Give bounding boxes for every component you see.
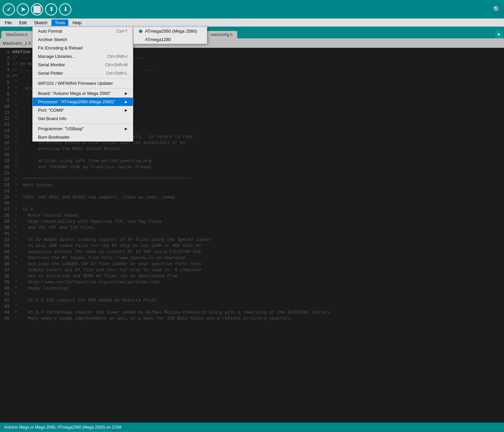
menu-board[interactable]: Board: "Arduino Mega or Mega 2560" ▶ — [33, 89, 133, 98]
empty-bullet — [139, 38, 142, 41]
menu-edit[interactable]: Edit — [16, 20, 30, 26]
menu-burn-bootloader[interactable]: Burn Bootloader — [33, 133, 133, 141]
menu-manage-libraries[interactable]: Manage Libraries... Ctrl+Shift+I — [33, 52, 133, 61]
menu-get-board-info[interactable]: Get Board Info — [33, 114, 133, 123]
line-20: 20 * and T2X2WAV code by Francisco Javie… — [0, 164, 504, 170]
tools-dropdown-menu: Auto Format Ctrl+T Archive Sketch Fix En… — [32, 27, 133, 142]
line-28: 28 * Motor Control Added. — [0, 213, 504, 219]
line-29: 29 * High compatibility with Spectrum TZ… — [0, 219, 504, 225]
menu-file[interactable]: File — [1, 20, 15, 26]
line-36: 36 * and load the LOADER.TAP AY file loa… — [0, 261, 504, 267]
line-30: 30 * and CPC CDT and TZX files. — [0, 225, 504, 231]
menu-serial-monitor[interactable]: Serial Monitor Ctrl+Shift+M — [33, 61, 133, 69]
line-33: 33 * to play Z80 coded files for the AY … — [0, 243, 504, 249]
status-text: Arduino Mega or Mega 2560, ATmega2560 (M… — [4, 425, 121, 430]
line-41: 41 * — [0, 291, 504, 297]
menu-wifi-updater[interactable]: WiFi101 / WiFiNINA Firmware Updater — [33, 79, 133, 87]
menu-divider-2 — [33, 88, 133, 88]
new-button[interactable]: ⬜ — [31, 3, 43, 15]
upload-button[interactable]: ➤ — [17, 3, 29, 15]
submenu-atmega1280[interactable]: ATmega1280 — [134, 35, 207, 44]
menu-tools[interactable]: Tools — [51, 20, 68, 26]
status-bar: Arduino Mega or Mega 2560, ATmega2560 (M… — [0, 423, 504, 432]
line-35: 35 * Download the AY loader from http://… — [0, 255, 504, 261]
line-34: 34 * expansion without the need to conve… — [0, 249, 504, 255]
line-21: 21 * — [0, 170, 504, 176]
selected-bullet — [139, 30, 142, 33]
line-19: 19 * Written using info from worldofspec… — [0, 158, 504, 164]
line-24: 24 * — [0, 188, 504, 194]
menu-divider-1 — [33, 78, 133, 78]
menu-processor[interactable]: Processor: "ATmega2560 (Mega 2560)" ▶ — [33, 98, 133, 106]
line-37: 37 * simply select any AY file and just … — [0, 267, 504, 273]
line-22: 22 * ***********************************… — [0, 176, 504, 182]
line-45: 45 * Many memory usage improvements as w… — [0, 316, 504, 322]
line-26: 26 * — [0, 201, 504, 207]
verify-button[interactable]: ✓ — [3, 3, 15, 15]
submenu-atmega2560[interactable]: ATmega2560 (Mega 2560) — [134, 27, 207, 35]
menu-fix-encoding[interactable]: Fix Encoding & Reload — [33, 44, 133, 52]
line-25: 25 * TODO: add ORIC and ATARI tap suppor… — [0, 194, 504, 201]
line-40: 40 * Happy listening! — [0, 285, 504, 291]
toolbar: ✓ ➤ ⬜ ⬆ ⬇ 🔍 — [0, 0, 504, 19]
line-23: 23 * Menu System: — [0, 182, 504, 188]
tab-dropdown-button[interactable]: ▾ — [495, 30, 503, 38]
file-name: MaxDuino_1.5... — [3, 41, 35, 46]
menu-archive-sketch[interactable]: Archive Sketch — [33, 35, 133, 44]
menu-auto-format[interactable]: Auto Format Ctrl+T — [33, 27, 133, 35]
line-32: 32 * V1.32 Added direct loading support … — [0, 237, 504, 243]
save-button[interactable]: ⬇ — [59, 3, 71, 15]
line-39: 39 * http://www.worldofspectrum.org/proj… — [0, 279, 504, 285]
line-42: 42 * V1.8.1 TSX support for MSX added by… — [0, 297, 504, 303]
menu-divider-3 — [33, 123, 133, 124]
tab-userconfig[interactable]: userconfig.h — [206, 31, 237, 38]
line-43: 43 * — [0, 303, 504, 310]
menu-serial-plotter[interactable]: Serial Plotter Ctrl+Shift+L — [33, 69, 133, 77]
line-31: 31 * — [0, 231, 504, 237]
line-27: 27 * V1.0 — [0, 207, 504, 213]
menu-port[interactable]: Port: "COM9" ▶ — [33, 106, 133, 114]
line-38: 38 * set of extracted and DEMO AY files … — [0, 273, 504, 279]
tab-maxduino[interactable]: MaxDuino.h — [1, 31, 32, 38]
menu-help[interactable]: Help — [69, 20, 85, 26]
menubar: File Edit Sketch Tools Help — [0, 19, 504, 27]
processor-submenu: ATmega2560 (Mega 2560) ATmega1280 — [133, 27, 207, 44]
menu-programmer[interactable]: Programmer: "USBasp" ▶ — [33, 124, 133, 133]
line-18: 18 * — [0, 152, 504, 158]
serial-monitor-button[interactable]: 🔍 — [493, 5, 501, 13]
open-button[interactable]: ⬆ — [45, 3, 57, 15]
line-44: 44 * V1.8.2 Percentage counter and timer… — [0, 310, 504, 316]
menu-sketch[interactable]: Sketch — [31, 20, 51, 26]
line-17: 17 * pressing the Menu Select Button. — [0, 146, 504, 152]
